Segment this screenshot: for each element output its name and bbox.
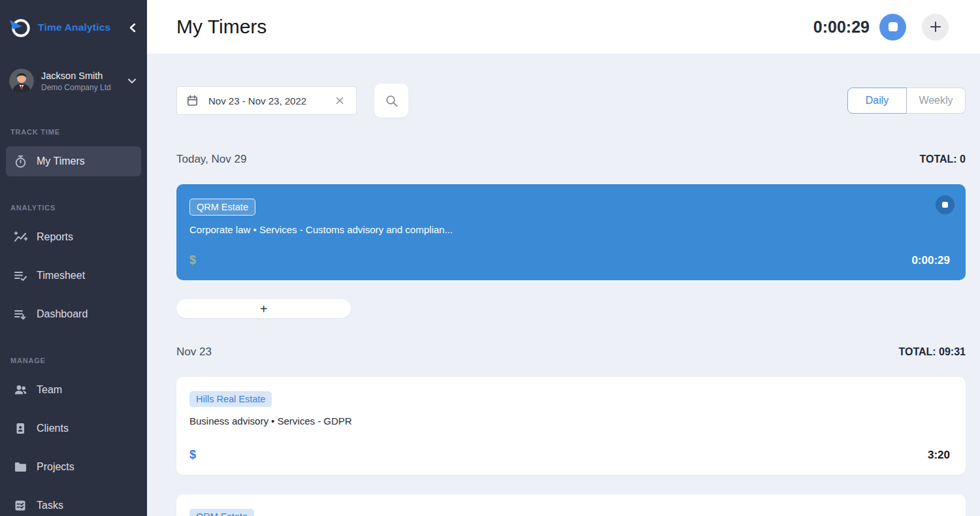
sidebar: Time Analytics	[0, 0, 147, 516]
section-label-analytics: ANALYTICS	[10, 204, 137, 212]
sidebar-item-reports[interactable]: Reports	[6, 222, 141, 252]
topbar-actions: 0:00:29	[813, 14, 949, 40]
main-area: My Timers 0:00:29	[147, 0, 980, 516]
sidebar-item-projects[interactable]: Projects	[6, 452, 141, 482]
add-timer-button[interactable]	[922, 14, 949, 40]
user-avatar	[9, 69, 34, 93]
sidebar-item-clients[interactable]: Clients	[6, 413, 141, 443]
stopwatch-icon	[13, 154, 27, 169]
clients-file-person-icon	[13, 421, 27, 436]
filter-left: Nov 23 - Nov 23, 2022	[176, 84, 408, 118]
add-entry-button[interactable]: +	[176, 299, 351, 318]
timer-entry-card[interactable]: QRM Estate	[176, 494, 966, 516]
search-button[interactable]	[374, 84, 408, 118]
plus-icon	[930, 21, 941, 33]
sidebar-item-label: Team	[37, 384, 62, 396]
user-name: Jackson Smith	[41, 71, 111, 81]
stop-timer-button[interactable]	[879, 14, 906, 40]
sidebar-item-timesheet[interactable]: Timesheet	[6, 261, 141, 291]
group-date-label: Today, Nov 29	[176, 153, 246, 166]
calendar-icon	[187, 95, 198, 106]
timesheet-list-check-icon	[13, 268, 27, 283]
global-timer-readout: 0:00:29	[813, 18, 870, 37]
sidebar-item-my-timers[interactable]: My Timers	[6, 146, 141, 176]
group-date-label: Nov 23	[176, 346, 212, 359]
app-window: Time Analytics	[0, 0, 980, 516]
sidebar-item-label: Clients	[37, 423, 69, 434]
sidebar-item-label: Projects	[37, 461, 74, 473]
section-label-track-time: TRACK TIME	[10, 128, 137, 136]
entry-bottom-row: $ 0:00:29	[189, 253, 950, 267]
sidebar-item-dashboard[interactable]: Dashboard	[6, 299, 141, 329]
date-range-value: Nov 23 - Nov 23, 2022	[208, 95, 306, 106]
sidebar-item-team[interactable]: Team	[6, 375, 141, 405]
stop-icon	[889, 22, 898, 31]
entry-bottom-row: $ 3:20	[189, 448, 950, 462]
search-icon	[385, 94, 399, 108]
sidebar-item-label: Tasks	[37, 500, 63, 511]
entry-time: 0:00:29	[911, 254, 950, 267]
group-total-label: TOTAL: 09:31	[898, 346, 966, 358]
entry-description: Corporate law • Services - Customs advis…	[189, 224, 950, 235]
sidebar-item-label: My Timers	[37, 155, 85, 167]
dashboard-list-arrow-icon	[13, 307, 27, 321]
page-title: My Timers	[176, 16, 267, 38]
projects-folder-icon	[13, 460, 27, 474]
timer-entry-card-running[interactable]: QRM Estate Corporate law • Services - Cu…	[176, 184, 966, 280]
billable-toggle[interactable]: $	[189, 253, 196, 267]
reports-chart-icon	[13, 230, 27, 244]
sidebar-item-label: Timesheet	[37, 270, 85, 282]
section-label-manage: MANAGE	[10, 357, 137, 364]
client-badge: QRM Estate	[189, 199, 255, 216]
entry-time: 3:20	[928, 449, 950, 462]
toggle-weekly-button[interactable]: Weekly	[906, 88, 966, 114]
sidebar-collapse-button[interactable]	[128, 23, 137, 33]
brand-row: Time Analytics	[0, 0, 147, 40]
timers-content: Nov 23 - Nov 23, 2022 Daily Weekly	[147, 54, 980, 516]
team-people-icon	[13, 383, 27, 397]
sidebar-item-tasks[interactable]: Tasks	[6, 491, 141, 516]
chevron-down-icon	[127, 78, 137, 84]
group-header: Nov 23 TOTAL: 09:31	[176, 346, 966, 363]
clear-date-icon[interactable]	[333, 94, 346, 107]
group-header: Today, Nov 29 TOTAL: 0	[176, 153, 966, 170]
top-bar: My Timers 0:00:29	[147, 0, 980, 54]
app-logo-icon	[9, 16, 31, 39]
stop-icon	[942, 202, 948, 208]
toggle-daily-button[interactable]: Daily	[847, 88, 907, 114]
date-range-picker[interactable]: Nov 23 - Nov 23, 2022	[176, 86, 357, 115]
brand-title: Time Analytics	[38, 22, 110, 33]
client-badge: QRM Estate	[189, 509, 254, 516]
client-badge: Hills Real Estate	[189, 391, 272, 407]
group-total-label: TOTAL: 0	[919, 153, 966, 165]
sidebar-item-label: Dashboard	[37, 308, 88, 320]
entry-stop-button[interactable]	[936, 195, 955, 214]
sidebar-item-label: Reports	[37, 231, 73, 243]
filter-row: Nov 23 - Nov 23, 2022 Daily Weekly	[176, 84, 966, 118]
entry-description: Business advisory • Services - GDPR	[189, 415, 950, 427]
view-toggle: Daily Weekly	[847, 88, 966, 114]
tasks-checklist-icon	[13, 498, 27, 513]
timer-entry-card[interactable]: Hills Real Estate Business advisory • Se…	[176, 377, 966, 475]
account-switcher[interactable]: Jackson Smith Demo Company Ltd	[0, 67, 147, 95]
billable-toggle[interactable]: $	[189, 448, 196, 462]
user-company: Demo Company Ltd	[41, 83, 111, 92]
